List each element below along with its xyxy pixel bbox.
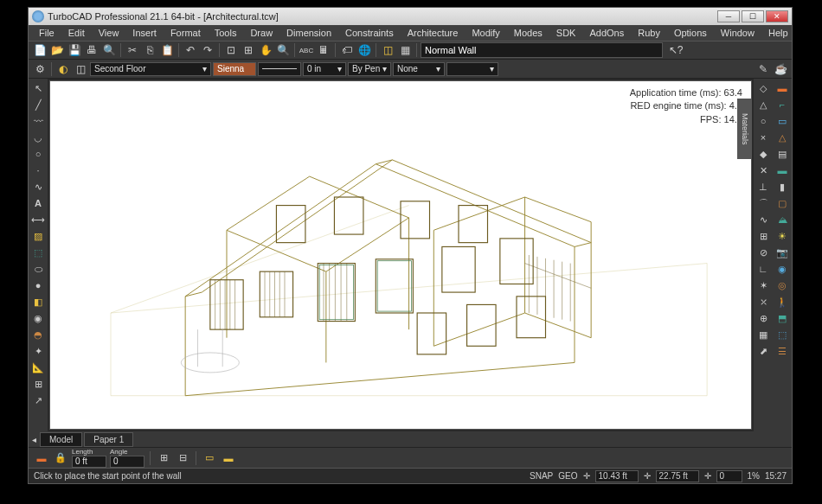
coord-z[interactable]: 0 bbox=[716, 470, 742, 482]
layer-icon[interactable]: ◫ bbox=[380, 42, 395, 58]
arc-icon[interactable]: ◡ bbox=[30, 130, 46, 145]
print-icon[interactable]: 🖶 bbox=[84, 42, 100, 58]
dimension-icon[interactable]: ⟷ bbox=[30, 212, 46, 227]
tag-icon[interactable]: 🏷 bbox=[339, 42, 355, 58]
line-icon[interactable]: ╱ bbox=[30, 97, 46, 112]
revolve-icon[interactable]: ◉ bbox=[30, 310, 46, 326]
layer-toggle-icon[interactable]: ◐ bbox=[55, 61, 71, 77]
circle-icon[interactable]: ○ bbox=[30, 146, 46, 162]
help-cursor-icon[interactable]: ↖? bbox=[668, 42, 684, 58]
menu-dimension[interactable]: Dimension bbox=[279, 26, 338, 40]
menu-format[interactable]: Format bbox=[164, 26, 208, 40]
wall-icon[interactable]: ▬ bbox=[774, 80, 790, 96]
lineweight-dropdown[interactable]: 0 in▾ bbox=[303, 62, 346, 76]
select-icon[interactable]: ↖ bbox=[30, 80, 46, 96]
pointer-icon[interactable]: ↗ bbox=[30, 392, 46, 408]
column-icon[interactable]: ▮ bbox=[774, 179, 790, 195]
tab-paper1[interactable]: Paper 1 bbox=[84, 432, 133, 447]
snap-indicator[interactable]: SNAP bbox=[530, 471, 553, 481]
snap-none-icon[interactable]: ⊘ bbox=[755, 245, 771, 260]
snap-mid-icon[interactable]: △ bbox=[755, 97, 771, 112]
zoom-level[interactable]: 1% bbox=[748, 471, 760, 481]
window-icon[interactable]: ▭ bbox=[774, 113, 790, 129]
maximize-button[interactable]: ☐ bbox=[742, 10, 764, 22]
save-icon[interactable]: 💾 bbox=[67, 42, 82, 58]
snap-grid-icon[interactable]: ⊞ bbox=[755, 228, 771, 244]
light-icon[interactable]: ☀ bbox=[774, 228, 790, 244]
roof-icon[interactable]: △ bbox=[774, 130, 790, 145]
text-icon[interactable]: ABC bbox=[299, 42, 314, 58]
calc-icon[interactable]: 🖩 bbox=[316, 42, 331, 58]
redo-icon[interactable]: ↷ bbox=[200, 42, 215, 58]
menu-options[interactable]: Options bbox=[667, 26, 714, 40]
curve-icon[interactable]: ∿ bbox=[30, 179, 46, 195]
coord-icon[interactable]: ⊕ bbox=[755, 310, 771, 326]
coord-x[interactable]: 10.43 ft bbox=[595, 470, 639, 482]
measure-icon[interactable]: 📐 bbox=[30, 360, 46, 375]
snap-node-icon[interactable]: × bbox=[755, 130, 771, 145]
wall-mode-icon[interactable]: ▬ bbox=[34, 450, 49, 466]
boolean-icon[interactable]: ◓ bbox=[30, 327, 46, 342]
menu-window[interactable]: Window bbox=[714, 26, 761, 40]
pen-dropdown[interactable]: By Pen▾ bbox=[348, 62, 391, 76]
sphere-icon[interactable]: ● bbox=[30, 278, 46, 293]
brush-icon[interactable]: ✎ bbox=[755, 61, 771, 77]
extrude-icon[interactable]: ◧ bbox=[30, 294, 46, 309]
walk-icon[interactable]: 🚶 bbox=[774, 294, 790, 309]
minimize-button[interactable]: ─ bbox=[717, 10, 740, 22]
cylinder-icon[interactable]: ⬭ bbox=[30, 261, 46, 277]
menu-file[interactable]: File bbox=[32, 26, 61, 40]
polar-icon[interactable]: ✶ bbox=[755, 278, 771, 293]
menu-tools[interactable]: Tools bbox=[208, 26, 244, 40]
open-icon[interactable]: 📂 bbox=[49, 42, 65, 58]
fill-dropdown[interactable]: None▾ bbox=[393, 62, 445, 76]
snap-int-icon[interactable]: ✕ bbox=[755, 163, 771, 178]
room-icon[interactable]: ▢ bbox=[774, 195, 790, 211]
view3d-icon[interactable]: ⬚ bbox=[774, 327, 790, 342]
ucs-icon[interactable]: ⬈ bbox=[755, 343, 771, 359]
menu-architecture[interactable]: Architecture bbox=[401, 26, 466, 40]
camera-icon[interactable]: 📷 bbox=[774, 245, 790, 260]
render-tool-icon[interactable]: ◎ bbox=[774, 278, 790, 293]
menu-addons[interactable]: AddOns bbox=[582, 26, 631, 40]
tab-model[interactable]: Model bbox=[40, 432, 82, 447]
undo-icon[interactable]: ↶ bbox=[183, 42, 198, 58]
paste-icon[interactable]: 📋 bbox=[159, 42, 175, 58]
render-icon[interactable]: ☕ bbox=[773, 61, 788, 77]
zoom-extents-icon[interactable]: ⊡ bbox=[223, 42, 239, 58]
snap-center-icon[interactable]: ○ bbox=[755, 113, 771, 129]
door-icon[interactable]: ⌐ bbox=[774, 97, 790, 112]
gear-icon[interactable]: ⚙ bbox=[32, 61, 48, 77]
opt3-icon[interactable]: ▭ bbox=[202, 450, 217, 466]
menu-modify[interactable]: Modify bbox=[465, 26, 506, 40]
slab-icon[interactable]: ▬ bbox=[774, 163, 790, 178]
modify-icon[interactable]: ✦ bbox=[30, 343, 46, 359]
menu-draw[interactable]: Draw bbox=[243, 26, 279, 40]
command-search-input[interactable] bbox=[421, 42, 663, 58]
snap-tan-icon[interactable]: ⌒ bbox=[755, 195, 771, 211]
materials-panel-tab[interactable]: Materials bbox=[737, 99, 751, 159]
opt4-icon[interactable]: ▬ bbox=[221, 450, 236, 466]
snap-quad-icon[interactable]: ◆ bbox=[755, 146, 771, 162]
preview-icon[interactable]: 🔍 bbox=[101, 42, 117, 58]
lock-icon[interactable]: 🔒 bbox=[53, 450, 68, 466]
schedule-icon[interactable]: ☰ bbox=[774, 343, 790, 359]
point-icon[interactable]: · bbox=[30, 163, 46, 178]
opt1-icon[interactable]: ⊞ bbox=[156, 450, 171, 466]
menu-help[interactable]: Help bbox=[761, 26, 795, 40]
palette-icon[interactable]: ▦ bbox=[397, 42, 413, 58]
pan-icon[interactable]: ✋ bbox=[258, 42, 273, 58]
close-button[interactable]: ✕ bbox=[766, 10, 788, 22]
zoom-icon[interactable]: 🔍 bbox=[275, 42, 291, 58]
coord-y[interactable]: 22.75 ft bbox=[656, 470, 699, 482]
ortho-icon[interactable]: ∟ bbox=[755, 261, 771, 277]
track-icon[interactable]: ⤫ bbox=[755, 294, 771, 309]
menu-edit[interactable]: Edit bbox=[61, 26, 92, 40]
cut-icon[interactable]: ✂ bbox=[125, 42, 140, 58]
length-field[interactable]: 0 ft bbox=[72, 456, 106, 468]
menu-sdk[interactable]: SDK bbox=[549, 26, 583, 40]
box-icon[interactable]: ⬚ bbox=[30, 245, 46, 260]
menu-constraints[interactable]: Constraints bbox=[338, 26, 401, 40]
stair-icon[interactable]: ▤ bbox=[774, 146, 790, 162]
material-icon[interactable]: ◉ bbox=[774, 261, 790, 277]
